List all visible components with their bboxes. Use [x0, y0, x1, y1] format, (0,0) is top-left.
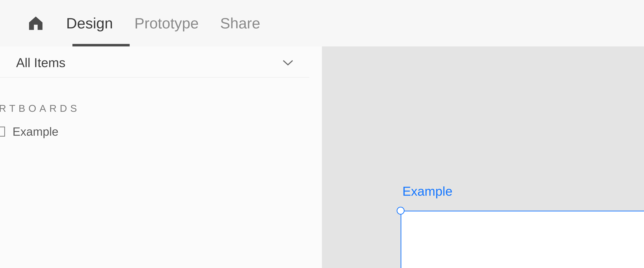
artboard-selection-handle-top-left[interactable] [397, 207, 404, 215]
artboards-section-heading: RTBOARDS [0, 78, 322, 114]
artboard-icon [0, 126, 5, 137]
layer-item-label: Example [12, 125, 58, 138]
chevron-down-icon [282, 59, 293, 66]
filter-label: All Items [16, 55, 66, 70]
tab-prototype-label: Prototype [134, 15, 199, 32]
tab-share[interactable]: Share [220, 16, 260, 31]
tab-design-label: Design [66, 15, 113, 32]
tab-share-label: Share [220, 15, 260, 32]
canvas-artboard[interactable] [400, 211, 644, 268]
canvas-artboard-title[interactable]: Example [402, 184, 452, 199]
canvas-area[interactable]: Example [322, 46, 644, 268]
layers-sidebar: All Items RTBOARDS Example [0, 46, 322, 268]
top-navbar: Design Prototype Share [0, 0, 644, 46]
home-icon[interactable] [27, 14, 45, 32]
tab-design[interactable]: Design [66, 16, 113, 31]
svg-rect-0 [0, 127, 5, 136]
filter-dropdown[interactable]: All Items [0, 46, 310, 78]
layer-item-example[interactable]: Example [0, 114, 322, 138]
tab-prototype[interactable]: Prototype [134, 16, 199, 31]
active-tab-underline [72, 44, 130, 46]
